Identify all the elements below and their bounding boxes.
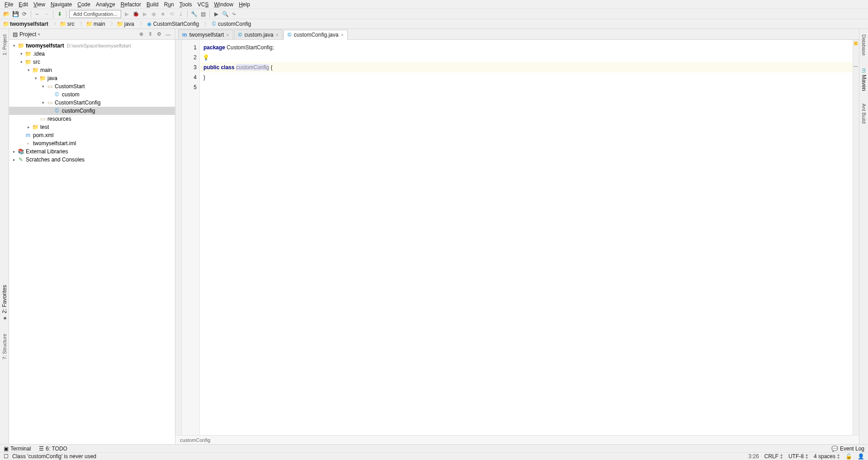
save-icon[interactable]: 💾 <box>12 10 19 18</box>
breadcrumb-java[interactable]: 📁java <box>117 21 134 27</box>
project-tab[interactable]: 1: Project <box>2 33 7 57</box>
tree-node-pom-xml[interactable]: mpom.xml <box>9 131 175 139</box>
editor-tab-twomyselfstart[interactable]: mtwomyselfstart× <box>178 29 233 39</box>
build-icon[interactable]: ⬇ <box>56 10 63 18</box>
menu-view[interactable]: View <box>31 1 48 8</box>
right-tool-strip: Database m Maven Ant Build <box>859 29 868 444</box>
gutter-strip <box>175 40 182 435</box>
caret-position[interactable]: 3:26 <box>748 453 759 460</box>
forward-icon[interactable]: → <box>43 10 50 18</box>
structure-tab[interactable]: 7: Structure <box>2 332 7 361</box>
error-stripe[interactable] <box>853 40 859 435</box>
menu-code[interactable]: Code <box>75 1 93 8</box>
tree-node-customConfig[interactable]: ©customConfig <box>9 107 175 115</box>
close-tab-icon[interactable]: × <box>276 32 278 38</box>
play-window-icon[interactable]: ▶ <box>212 10 220 18</box>
tree-node-CustomStart[interactable]: ▾▭CustomStart <box>9 82 175 90</box>
readonly-lock-icon[interactable]: 🔓 <box>845 453 852 460</box>
breadcrumb-class[interactable]: ©customConfig <box>211 21 251 27</box>
menu-refactor[interactable]: Refactor <box>118 1 144 8</box>
intention-bulb-icon[interactable]: 💡 <box>203 52 209 62</box>
menu-vcs[interactable]: VCS <box>195 1 212 8</box>
terminal-button[interactable]: ▣ Terminal <box>4 446 31 452</box>
status-bar: ☐ Class 'customConfig' is never used 3:2… <box>0 452 868 460</box>
close-tab-icon[interactable]: × <box>226 32 229 38</box>
tree-node-java[interactable]: ▾📁java <box>9 74 175 82</box>
settings-icon[interactable]: ⚙ <box>156 31 162 38</box>
menu-build[interactable]: Build <box>144 1 161 8</box>
menu-help[interactable]: Help <box>236 1 253 8</box>
tree-external-libraries[interactable]: ▸📚 External Libraries <box>9 147 175 156</box>
run-icon[interactable]: ▶ <box>123 10 130 18</box>
close-tab-icon[interactable]: × <box>341 32 344 38</box>
indent-setting[interactable]: 4 spaces ‡ <box>814 453 840 460</box>
menu-file[interactable]: File <box>2 1 16 8</box>
coverage-icon[interactable]: ▶ <box>141 10 148 18</box>
database-tab[interactable]: Database <box>861 33 867 57</box>
project-panel-header: ▤ Project ▾ ⊕ ⇕ ⚙ — <box>9 29 175 40</box>
project-tree[interactable]: ▾📁 twomyselfstart D:\workSpace\twomyself… <box>9 40 175 444</box>
breadcrumb-main[interactable]: 📁main <box>86 21 105 27</box>
search-icon[interactable]: 🔍 <box>222 10 229 18</box>
file-encoding[interactable]: UTF-8 ‡ <box>788 453 808 460</box>
todo-button[interactable]: ☰ 6: TODO <box>39 446 67 452</box>
tree-node--idea[interactable]: ▾📁.idea <box>9 50 175 58</box>
wrench-icon[interactable]: 🔧 <box>190 10 198 18</box>
tree-node-custom[interactable]: ©custom <box>9 90 175 99</box>
refresh-icon[interactable]: ⟳ <box>21 10 28 18</box>
tree-node-src[interactable]: ▾📁src <box>9 58 175 66</box>
hide-icon[interactable]: — <box>165 31 171 38</box>
collapse-icon[interactable]: ⇕ <box>147 31 153 38</box>
show-panels-icon[interactable]: ☐ <box>4 453 9 460</box>
debug-icon[interactable]: 🐞 <box>132 10 139 18</box>
editor-breadcrumb[interactable]: customConfig <box>175 435 859 444</box>
add-configuration-button[interactable]: Add Configuration... <box>69 10 121 18</box>
warning-marker-icon[interactable] <box>854 42 858 45</box>
stop-icon[interactable]: ■ <box>159 10 166 18</box>
profile-icon[interactable]: ◉ <box>150 10 157 18</box>
code-editor[interactable]: 💡 package CustomStartConfig; public clas… <box>200 40 853 435</box>
editor-tab-customConfig-java[interactable]: ©customConfig.java× <box>283 30 348 40</box>
line-separator[interactable]: CRLF ‡ <box>764 453 783 460</box>
structure-icon[interactable]: ▤ <box>199 10 207 18</box>
rerun-icon[interactable]: ⟲ <box>168 10 175 18</box>
editor-body: 12345 💡 package CustomStartConfig; publi… <box>175 40 859 435</box>
left-tool-strip: 1: Project ★ 2: Favorites 7: Structure <box>0 29 9 444</box>
editor-tab-custom-java[interactable]: ©custom.java× <box>234 29 283 39</box>
breadcrumb-package[interactable]: ◉CustomStartConfig <box>146 21 199 27</box>
locate-icon[interactable]: ⊕ <box>138 31 144 38</box>
tree-scratches[interactable]: ▸✎ Scratches and Consoles <box>9 156 175 164</box>
attach-icon[interactable]: ⤓ <box>177 10 184 18</box>
breadcrumb-root[interactable]: 📁twomyselfstart <box>3 21 48 27</box>
menu-analyze[interactable]: Analyze <box>93 1 118 8</box>
menu-bar: File Edit View Navigate Code Analyze Ref… <box>0 0 868 9</box>
find-usages-icon[interactable]: ⤷ <box>231 10 238 18</box>
breadcrumb-src[interactable]: 📁src <box>60 21 75 27</box>
menu-run[interactable]: Run <box>161 1 177 8</box>
tree-node-CustomStartConfig[interactable]: ▾▭CustomStartConfig <box>9 99 175 107</box>
maven-tab[interactable]: m Maven <box>861 66 867 93</box>
hector-icon[interactable]: 👤 <box>858 453 864 460</box>
navigation-bar: 📁twomyselfstart 〉 📁src 〉 📁main 〉 📁java 〉… <box>0 19 868 29</box>
warning-line-marker[interactable] <box>854 66 858 67</box>
editor-area: mtwomyselfstart×©custom.java×©customConf… <box>175 29 859 444</box>
menu-edit[interactable]: Edit <box>16 1 31 8</box>
tree-node-resources[interactable]: ▭resources <box>9 115 175 123</box>
status-message: Class 'customConfig' is never used <box>12 453 96 460</box>
ant-build-tab[interactable]: Ant Build <box>861 102 867 125</box>
bottom-tool-bar: ▣ Terminal ☰ 6: TODO 💬 Event Log <box>0 444 868 452</box>
menu-window[interactable]: Window <box>211 1 236 8</box>
menu-navigate[interactable]: Navigate <box>48 1 75 8</box>
favorites-tab[interactable]: ★ 2: Favorites <box>1 283 8 323</box>
tree-node-twomyselfstart-iml[interactable]: ▫twomyselfstart.iml <box>9 139 175 147</box>
editor-tabs: mtwomyselfstart×©custom.java×©customConf… <box>175 29 859 40</box>
project-view-label[interactable]: Project <box>19 31 36 38</box>
tree-node-test[interactable]: ▸📁test <box>9 123 175 131</box>
event-log-button[interactable]: 💬 Event Log <box>831 446 864 452</box>
open-icon[interactable]: 📂 <box>3 10 10 18</box>
tree-root[interactable]: ▾📁 twomyselfstart D:\workSpace\twomyself… <box>9 42 175 50</box>
back-icon[interactable]: ← <box>34 10 41 18</box>
menu-tools[interactable]: Tools <box>177 1 195 8</box>
line-gutter: 12345 <box>182 40 200 435</box>
tree-node-main[interactable]: ▾📁main <box>9 66 175 74</box>
